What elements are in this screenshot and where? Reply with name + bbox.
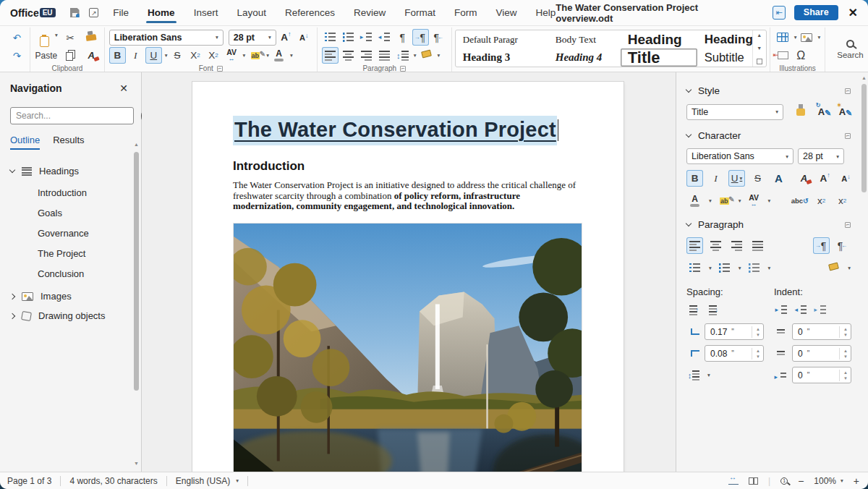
insert-text-frame-icon[interactable] (775, 47, 791, 64)
style-heading-1[interactable]: Heading (621, 30, 697, 48)
spin-down-icon[interactable]: ▼ (842, 332, 849, 338)
paragraph-dialog-launcher-icon[interactable]: ⌐ (400, 66, 406, 72)
insert-table-dropdown-icon[interactable]: ▾ (794, 34, 797, 41)
spin-up-icon[interactable]: ▲ (842, 348, 849, 354)
share-button[interactable]: Share (794, 5, 838, 20)
spin-down-icon[interactable]: ▼ (754, 332, 762, 338)
style-heading-4[interactable]: Heading 4 (548, 48, 621, 67)
sidebar-font-color-dropdown-icon[interactable]: ▾ (709, 197, 712, 204)
copy-icon[interactable] (62, 47, 79, 64)
sidebar-numbered-list-icon[interactable] (716, 260, 733, 276)
language-selector[interactable]: English (USA)▾ (167, 476, 248, 486)
left-to-right-icon[interactable]: →¶ (412, 29, 429, 46)
tree-item-the-project[interactable]: The Project (10, 243, 131, 263)
tree-item-headings[interactable]: Headings (10, 161, 131, 181)
sidebar-bullet-dropdown-icon[interactable]: ▾ (709, 265, 712, 271)
spacing-below-field[interactable]: 0.08" ▲▼ (705, 345, 764, 362)
sidebar-shrink-font-icon[interactable]: A↓ (838, 170, 854, 187)
tree-item-governance[interactable]: Governance (10, 223, 131, 243)
align-left-icon[interactable] (322, 47, 339, 64)
grow-font-icon[interactable]: A↑ (278, 29, 294, 46)
spin-up-icon[interactable]: ▲ (754, 348, 762, 354)
align-right-icon[interactable] (358, 47, 375, 64)
sidebar-underline-icon[interactable]: U▾ (728, 170, 745, 187)
paragraph-style-select[interactable]: Title▾ (686, 104, 783, 120)
sidebar-background-fill-icon[interactable] (825, 260, 842, 276)
justify-icon[interactable] (376, 47, 393, 64)
new-style-icon[interactable]: A✶ (834, 103, 851, 120)
scroll-up-icon[interactable]: ▲ (861, 75, 867, 80)
cut-icon[interactable]: ✂ (62, 29, 79, 46)
indent-first-line-field[interactable]: 0" ▲▼ (792, 367, 851, 383)
style-body-text[interactable]: Body Text (548, 30, 621, 48)
line-spacing-dropdown-icon[interactable]: ▾ (414, 52, 417, 59)
paste-label[interactable]: Paste (35, 51, 58, 61)
tree-item-images[interactable]: Images (10, 286, 131, 306)
clear-formatting-icon[interactable]: A (83, 47, 100, 64)
font-size-select[interactable]: 28 pt▾ (229, 30, 276, 46)
document-title-text[interactable]: The Water Conservation Project (233, 116, 557, 145)
chevron-down-icon[interactable] (9, 167, 15, 173)
character-spacing-icon[interactable]: AV↔ (224, 47, 240, 64)
sidebar-italic-icon[interactable]: I (707, 170, 724, 187)
zoom-out-icon[interactable]: − (798, 475, 804, 487)
superscript-icon[interactable]: X2 (205, 47, 222, 64)
sidebar-align-right-icon[interactable] (728, 237, 745, 254)
spin-down-icon[interactable]: ▼ (754, 354, 762, 360)
style-more-options-icon[interactable]: ⌐ (845, 88, 851, 94)
font-name-select[interactable]: Liberation Sans▾ (109, 30, 224, 46)
sidebar-align-left-icon[interactable] (686, 237, 703, 254)
scroll-up-icon[interactable]: ▲ (134, 142, 139, 147)
style-subtitle[interactable]: Subtitle (697, 48, 752, 67)
sidebar-hanging-indent-icon[interactable] (813, 302, 827, 318)
sidebar-font-color-icon[interactable]: A (686, 192, 703, 209)
font-color-icon[interactable]: A (271, 47, 287, 64)
menu-help[interactable]: Help (536, 1, 556, 25)
style-heading-2[interactable]: Heading 2 (697, 30, 752, 48)
save-icon[interactable] (67, 5, 82, 21)
character-spacing-dropdown-icon[interactable]: ▾ (243, 52, 246, 59)
undo-icon[interactable]: ↶ (9, 29, 25, 46)
sidebar-rtl-icon[interactable]: ¶← (834, 237, 851, 254)
tab-outline[interactable]: Outline (10, 135, 40, 150)
strikethrough-icon[interactable]: S (169, 47, 186, 64)
style-heading-3[interactable]: Heading 3 (456, 48, 548, 67)
align-center-icon[interactable] (340, 47, 357, 64)
bold-icon[interactable]: B (109, 47, 126, 64)
highlight-color-icon[interactable] (247, 47, 263, 64)
spin-up-icon[interactable]: ▲ (842, 370, 849, 375)
sidebar-strikethrough-icon[interactable]: S (749, 170, 766, 187)
italic-icon[interactable]: I (127, 47, 144, 64)
after-text-indent-icon[interactable] (774, 345, 787, 362)
style-title-selected[interactable]: Title (621, 48, 697, 67)
paragraph-more-options-icon[interactable]: ⌐ (845, 222, 851, 228)
zoom-level-select[interactable]: 100%▾ (814, 476, 843, 486)
sidebar-change-case-icon[interactable]: abc↺ (791, 192, 809, 209)
sidebar-character-spacing-icon[interactable]: AV↔ (746, 192, 762, 209)
line-spacing-icon[interactable]: ↕ (394, 47, 411, 64)
navigation-search-input[interactable] (10, 107, 134, 124)
spin-up-icon[interactable]: ▲ (754, 326, 762, 332)
close-icon[interactable]: ✕ (847, 6, 859, 20)
sidebar-increase-indent-icon[interactable] (774, 302, 788, 318)
collapse-sidebar-icon[interactable]: ⇤ (773, 6, 786, 20)
below-spacing-icon[interactable] (686, 345, 699, 362)
chevron-right-icon[interactable] (9, 312, 15, 318)
document-paragraph[interactable]: The Water Conservation Project is an ini… (233, 180, 583, 212)
chevron-right-icon[interactable] (9, 293, 15, 299)
indent-before-field[interactable]: 0" ▲▼ (792, 323, 851, 340)
numbered-list-icon[interactable] (340, 29, 357, 46)
menu-layout[interactable]: Layout (237, 1, 266, 25)
clone-formatting-icon[interactable] (83, 29, 100, 46)
search-group[interactable]: Search (825, 27, 868, 72)
fit-width-icon[interactable] (728, 477, 739, 485)
formatting-marks-icon[interactable]: ¶ (394, 29, 411, 46)
sidebar-shadow-icon[interactable]: A (770, 170, 787, 187)
tree-item-drawing-objects[interactable]: Drawing objects (10, 306, 131, 326)
word-count[interactable]: 4 words, 30 characters (61, 476, 166, 486)
sidebar-highlight-icon[interactable] (716, 192, 733, 209)
sidebar-outline-list-icon[interactable] (746, 260, 762, 276)
sidebar-subscript-icon[interactable]: x2 (834, 192, 851, 209)
paragraph-background-dropdown-icon[interactable]: ▾ (438, 52, 441, 59)
paste-icon[interactable] (35, 32, 54, 51)
